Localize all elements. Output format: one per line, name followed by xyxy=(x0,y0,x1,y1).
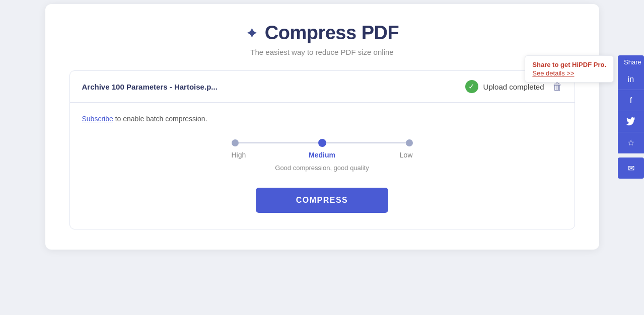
upload-text: Upload completed xyxy=(483,83,544,91)
body-section: Subscribe to enable batch compression. H… xyxy=(70,103,575,229)
share-label: Share xyxy=(618,55,644,69)
share-twitter-button[interactable] xyxy=(618,111,644,132)
subscribe-row: Subscribe to enable batch compression. xyxy=(82,115,562,123)
label-medium: Medium xyxy=(307,151,337,159)
page-subtitle: The easiest way to reduce PDF size onlin… xyxy=(69,48,575,56)
page-title: Compress PDF xyxy=(265,22,399,44)
compress-icon: ✦ xyxy=(245,25,259,41)
share-facebook-button[interactable]: f xyxy=(618,90,644,111)
file-name: Archive 100 Parameters - Hartoise.p... xyxy=(82,83,457,91)
page-header: ✦ Compress PDF The easiest way to reduce… xyxy=(69,22,575,56)
slider-section: High Medium Low Good compression, good q… xyxy=(82,139,562,172)
main-card: ✦ Compress PDF The easiest way to reduce… xyxy=(45,4,599,250)
share-linkedin-button[interactable]: in xyxy=(618,69,644,90)
slider-line-left xyxy=(239,142,318,143)
subscribe-text: to enable batch compression. xyxy=(113,115,207,123)
promo-title: Share to get HiPDF Pro. xyxy=(532,61,606,68)
content-panel: Archive 100 Parameters - Hartoise.p... ✓… xyxy=(69,70,575,229)
promo-tooltip: Share to get HiPDF Pro. See details >> xyxy=(525,55,614,83)
slider-line-right xyxy=(326,142,406,143)
subscribe-link[interactable]: Subscribe xyxy=(82,115,113,123)
label-low: Low xyxy=(383,151,413,159)
file-row: Archive 100 Parameters - Hartoise.p... ✓… xyxy=(70,71,575,103)
check-icon: ✓ xyxy=(465,80,478,93)
slider-dot-low[interactable] xyxy=(406,139,413,146)
share-email-button[interactable]: ✉ xyxy=(618,158,644,179)
share-star-button[interactable]: ☆ xyxy=(618,132,644,153)
share-sidebar: Share in f ☆ ✉ xyxy=(618,55,644,179)
slider-dot-high[interactable] xyxy=(232,139,239,146)
slider-dot-medium[interactable] xyxy=(318,139,326,147)
slider-labels: High Medium Low xyxy=(232,151,413,159)
compress-button[interactable]: COMPRESS xyxy=(256,188,389,213)
label-high: High xyxy=(232,151,262,159)
compression-description: Good compression, good quality xyxy=(275,164,369,172)
title-row: ✦ Compress PDF xyxy=(69,22,575,44)
slider-track[interactable] xyxy=(232,139,413,147)
promo-link[interactable]: See details >> xyxy=(532,69,574,77)
page-wrapper: ✦ Compress PDF The easiest way to reduce… xyxy=(0,0,644,315)
